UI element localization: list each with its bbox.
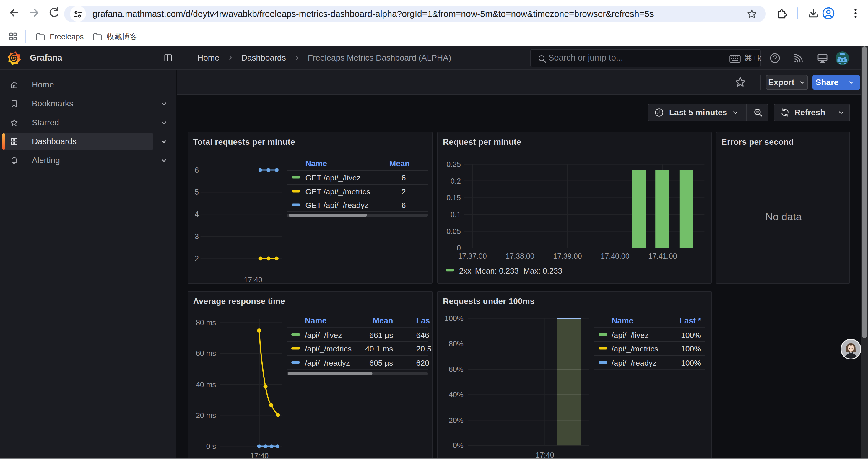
- svg-text:661 µs: 661 µs: [369, 330, 393, 339]
- svg-text:20.5 r: 20.5 r: [416, 345, 432, 353]
- svg-text:40 ms: 40 ms: [195, 381, 216, 389]
- svg-text:/api/_/readyz: /api/_/readyz: [612, 359, 656, 367]
- svg-text:620: 620: [416, 359, 429, 367]
- svg-text:17:37:00: 17:37:00: [458, 252, 487, 260]
- svg-text:605 µs: 605 µs: [369, 359, 393, 367]
- svg-text:17:39:00: 17:39:00: [553, 252, 582, 260]
- svg-text:0: 0: [457, 244, 461, 252]
- svg-text:2: 2: [401, 187, 406, 196]
- svg-text:6: 6: [195, 166, 199, 174]
- svg-text:/api/_/readyz: /api/_/readyz: [305, 359, 350, 367]
- svg-text:60%: 60%: [449, 365, 464, 373]
- svg-text:80%: 80%: [449, 340, 464, 348]
- svg-text:646: 646: [416, 330, 429, 339]
- svg-text:100%: 100%: [445, 314, 464, 322]
- svg-text:0 s: 0 s: [206, 442, 216, 450]
- svg-text:2: 2: [195, 254, 199, 263]
- svg-text:2xx: 2xx: [459, 266, 471, 275]
- svg-text:80 ms: 80 ms: [195, 319, 216, 327]
- svg-text:Mean: Mean: [389, 159, 409, 168]
- svg-text:Mean: 0.233: Mean: 0.233: [475, 266, 519, 275]
- svg-text:40%: 40%: [449, 391, 464, 399]
- svg-text:100%: 100%: [681, 330, 701, 339]
- svg-text:17:40: 17:40: [244, 275, 262, 283]
- svg-text:GET /api/_/livez: GET /api/_/livez: [305, 173, 361, 182]
- svg-text:/api/_/metrics: /api/_/metrics: [305, 345, 351, 353]
- svg-text:6: 6: [401, 173, 406, 182]
- svg-text:/api/_/livez: /api/_/livez: [305, 330, 342, 339]
- svg-text:20%: 20%: [449, 416, 464, 424]
- svg-text:3: 3: [195, 232, 199, 240]
- svg-text:100%: 100%: [681, 345, 701, 353]
- svg-text:0.15: 0.15: [446, 193, 461, 202]
- svg-text:GET /api/_/metrics: GET /api/_/metrics: [305, 187, 370, 196]
- svg-text:Las: Las: [416, 316, 430, 325]
- svg-text:0.05: 0.05: [446, 227, 461, 235]
- svg-text:20 ms: 20 ms: [195, 411, 216, 419]
- svg-text:Max: 0.233: Max: 0.233: [524, 266, 562, 275]
- svg-text:5: 5: [195, 188, 199, 196]
- svg-text:0.2: 0.2: [451, 177, 461, 185]
- svg-text:/api/_/metrics: /api/_/metrics: [612, 345, 658, 353]
- svg-text:/api/_/livez: /api/_/livez: [612, 330, 649, 339]
- svg-text:GET /api/_/readyz: GET /api/_/readyz: [305, 201, 368, 210]
- svg-text:Name: Name: [305, 316, 327, 325]
- svg-text:Last *: Last *: [679, 316, 701, 325]
- svg-text:17:40:00: 17:40:00: [601, 252, 629, 260]
- svg-text:Name: Name: [612, 316, 633, 325]
- svg-text:0.1: 0.1: [451, 210, 461, 219]
- svg-text:40.1 ms: 40.1 ms: [365, 345, 393, 353]
- svg-text:100%: 100%: [681, 359, 701, 367]
- svg-text:4: 4: [195, 210, 199, 218]
- svg-text:17:41:00: 17:41:00: [648, 252, 677, 260]
- svg-text:0%: 0%: [453, 441, 464, 450]
- svg-text:Name: Name: [305, 159, 327, 168]
- svg-text:0.25: 0.25: [446, 160, 461, 168]
- svg-text:6: 6: [401, 201, 406, 210]
- svg-text:17:38:00: 17:38:00: [505, 252, 534, 260]
- svg-text:60 ms: 60 ms: [195, 349, 216, 357]
- svg-text:Mean: Mean: [373, 316, 393, 325]
